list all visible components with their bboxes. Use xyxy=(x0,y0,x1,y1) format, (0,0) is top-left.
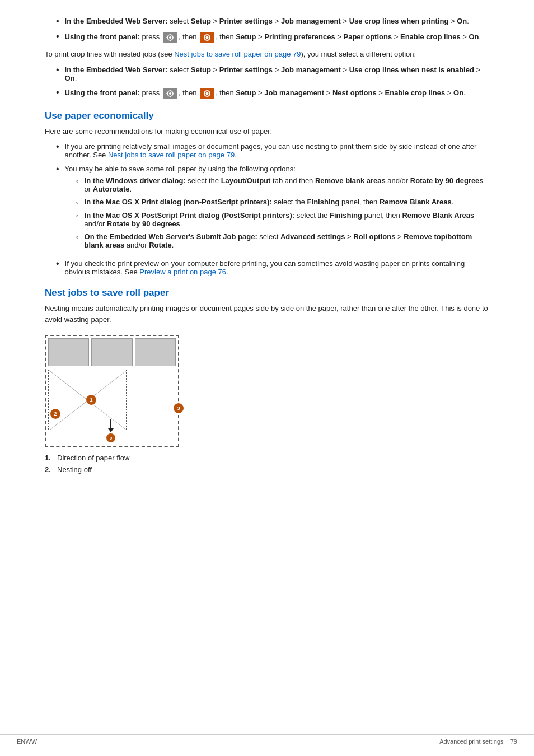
badge-2-pos: 2 xyxy=(50,409,60,419)
sub-item-1: In the Windows driver dialog: select the… xyxy=(65,176,489,193)
sheet-1 xyxy=(48,338,89,366)
sheet-2 xyxy=(91,338,132,366)
page-footer: ENWW Advanced print settings 79 xyxy=(0,734,534,745)
badge-1: 1 xyxy=(86,395,96,405)
top-bullet-list: In the Embedded Web Server: select Setup… xyxy=(45,17,489,43)
link-nest-jobs-2[interactable]: Nest jobs to save roll paper on page 79 xyxy=(108,151,235,159)
section1-bullet3-text: If you check the print preview on your c… xyxy=(65,259,465,276)
bullet2-label: Using the front panel: xyxy=(65,32,140,41)
second-bullet-list: In the Embedded Web Server: select Setup… xyxy=(45,66,489,99)
badge-1-pos: 1 xyxy=(86,395,96,405)
front-panel-icon-1 xyxy=(163,32,177,43)
list-item-4: Using the front panel: press , then , th… xyxy=(45,88,489,99)
arrow-shaft xyxy=(110,419,111,428)
sub-item-3: In the Mac OS X PostScript Print dialog … xyxy=(65,211,489,228)
front-panel-icon-4 xyxy=(200,88,214,99)
list-item-2: Using the front panel: press , then , th… xyxy=(45,32,489,43)
front-panel-icon-2 xyxy=(200,32,214,43)
diagram-box: 2 1 3 0 xyxy=(45,335,179,447)
diagram-top-sheets xyxy=(48,338,176,366)
bullet4-label: Using the front panel: xyxy=(65,88,140,97)
badge-0: 0 xyxy=(106,433,115,442)
footer-right: Advanced print settings 79 xyxy=(439,738,517,745)
badge-2: 2 xyxy=(50,409,60,419)
section1-bullet3: If you check the print preview on your c… xyxy=(45,259,489,276)
sub-item-4: On the Embedded Web Server's Submit Job … xyxy=(65,232,489,249)
section1-bullet1: If you are printing relatively small ima… xyxy=(45,142,489,159)
section1-intro: Here are some recommendations for making… xyxy=(45,126,489,137)
section1-bullet1-text: If you are printing relatively small ima… xyxy=(65,142,477,159)
numbered-item-2: 2. Nesting off xyxy=(45,465,129,474)
list-item-1: In the Embedded Web Server: select Setup… xyxy=(45,17,489,26)
label-direction: Direction of paper flow xyxy=(57,454,129,462)
sheet-3 xyxy=(135,338,176,366)
front-panel-icon-3 xyxy=(163,88,177,99)
sub-item-2: In the Mac OS X Print dialog (non-PostSc… xyxy=(65,198,489,207)
badge-3-pos: 3 xyxy=(174,403,184,413)
bullet2-text: press , then , then Setup > Printing pre… xyxy=(142,32,481,41)
nesting-diagram: 2 1 3 0 1. Direction of paper flow xyxy=(45,335,489,477)
link-preview[interactable]: Preview a print on page 76 xyxy=(139,268,226,276)
section2-heading: Nest jobs to save roll paper xyxy=(45,287,489,298)
list-item-3: In the Embedded Web Server: select Setup… xyxy=(45,66,489,82)
sub-bullet-list: In the Windows driver dialog: select the… xyxy=(65,176,489,249)
arrow-head xyxy=(108,428,114,432)
section1-bullet2: You may be able to save some roll paper … xyxy=(45,165,489,254)
footer-left: ENWW xyxy=(17,738,37,745)
section1-heading: Use paper economically xyxy=(45,110,489,122)
label-nesting-off: Nesting off xyxy=(57,465,92,474)
svg-point-7 xyxy=(169,92,171,95)
arrow-down: 0 xyxy=(106,419,115,442)
section1-bullet-list: If you are printing relatively small ima… xyxy=(45,142,489,276)
page-content: In the Embedded Web Server: select Setup… xyxy=(0,0,534,519)
diagram-numbered-list: 1. Direction of paper flow 2. Nesting of… xyxy=(45,454,129,477)
para1: To print crop lines with nested jobs (se… xyxy=(45,49,489,60)
numbered-item-1: 1. Direction of paper flow xyxy=(45,454,129,462)
bullet4-text: press , then , then Setup > Job manageme… xyxy=(142,88,466,97)
svg-point-1 xyxy=(169,36,171,39)
section2-intro: Nesting means automatically printing ima… xyxy=(45,303,489,325)
badge-3: 3 xyxy=(174,403,184,413)
link-nest-jobs-1[interactable]: Nest jobs to save roll paper on page 79 xyxy=(174,50,301,58)
bullet3-label: In the Embedded Web Server: xyxy=(65,66,168,74)
bullet1-label: In the Embedded Web Server: xyxy=(65,17,168,25)
section1-bullet2-text: You may be able to save some roll paper … xyxy=(65,165,296,173)
bullet1-text: select Setup > Printer settings > Job ma… xyxy=(170,17,469,25)
